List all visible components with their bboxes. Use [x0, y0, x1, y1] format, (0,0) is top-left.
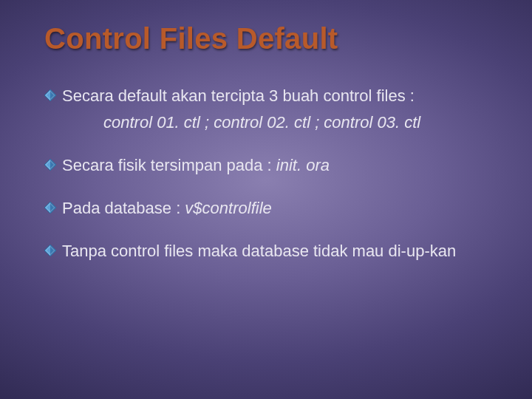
diamond-icon: [44, 89, 56, 101]
bullet-1: Secara default akan tercipta 3 buah cont…: [44, 85, 491, 107]
bullet-3-em: v$controlfile: [185, 199, 271, 217]
svg-marker-10: [50, 245, 56, 256]
svg-marker-4: [50, 159, 56, 171]
bullet-3: Pada database : v$controlfile: [44, 197, 491, 219]
bullet-2-pre: Secara fisik tersimpan pada :: [62, 156, 276, 174]
bullet-2-em: init. ora: [276, 156, 330, 174]
bullet-2: Secara fisik tersimpan pada : init. ora: [44, 154, 491, 177]
spacer: [44, 224, 491, 240]
bullet-4-text: Tanpa control files maka database tidak …: [62, 240, 491, 262]
slide-title: Control Files Default: [44, 22, 491, 55]
spacer: [44, 138, 491, 154]
svg-marker-7: [50, 202, 56, 214]
bullet-1-sub: control 01. ctl ; control 02. ctl ; cont…: [103, 112, 491, 134]
bullet-3-pre: Pada database :: [62, 199, 185, 217]
slide: Control Files Default Secara default aka…: [0, 0, 532, 399]
spacer: [44, 181, 491, 197]
bullet-4: Tanpa control files maka database tidak …: [44, 240, 491, 262]
bullet-3-text: Pada database : v$controlfile: [62, 197, 491, 219]
svg-marker-1: [50, 89, 56, 101]
bullet-1-text: Secara default akan tercipta 3 buah cont…: [62, 85, 491, 107]
diamond-icon: [44, 202, 56, 214]
diamond-icon: [44, 245, 56, 256]
bullet-2-text: Secara fisik tersimpan pada : init. ora: [62, 154, 491, 177]
diamond-icon: [44, 159, 56, 171]
